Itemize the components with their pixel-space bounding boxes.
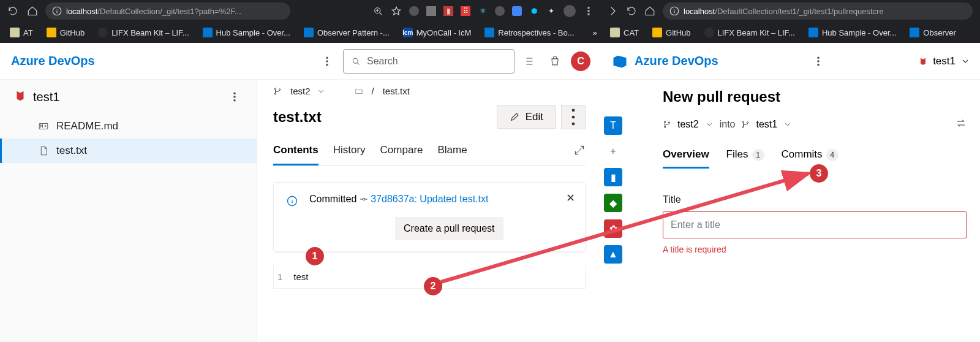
- menu-icon[interactable]: [583, 6, 594, 17]
- close-icon[interactable]: ✕: [566, 191, 575, 205]
- edit-button[interactable]: Edit: [497, 105, 556, 129]
- chevron-down-icon[interactable]: [317, 87, 325, 96]
- branch-name[interactable]: test2: [290, 86, 311, 96]
- bookmark-item[interactable]: LIFX Beam Kit – LIF...: [98, 28, 189, 37]
- home-icon[interactable]: [27, 6, 38, 17]
- repo-switcher[interactable]: test1: [918, 55, 970, 67]
- url-host: localhost: [684, 7, 715, 16]
- branch-icon: [273, 87, 282, 96]
- tab-overview[interactable]: Overview: [663, 148, 709, 169]
- bookmarks-overflow-icon[interactable]: »: [593, 28, 597, 37]
- into-label: into: [720, 119, 736, 130]
- svg-point-11: [234, 96, 236, 98]
- ext-icon[interactable]: ⚛: [478, 6, 488, 16]
- svg-point-22: [818, 56, 820, 58]
- tab-files[interactable]: Files1: [726, 148, 764, 169]
- file-more-button[interactable]: [561, 105, 586, 129]
- tab-blame[interactable]: Blame: [438, 144, 467, 165]
- svg-point-29: [743, 126, 744, 127]
- zoom-icon[interactable]: [372, 6, 383, 17]
- home-icon[interactable]: [644, 6, 655, 17]
- extensions-icon[interactable]: ✦: [546, 6, 556, 16]
- tab-history[interactable]: History: [333, 144, 366, 165]
- path-sep: /: [372, 86, 374, 96]
- svg-point-9: [353, 58, 358, 63]
- source-branch[interactable]: test2: [677, 119, 699, 130]
- chevron-down-icon[interactable]: [783, 120, 792, 129]
- bookmark-item[interactable]: Observer Pattern -...: [304, 28, 390, 37]
- site-info-icon[interactable]: [669, 6, 680, 17]
- search-icon: [351, 56, 361, 66]
- svg-point-16: [279, 88, 280, 89]
- svg-point-27: [668, 122, 669, 123]
- commit-link[interactable]: 37d8637a: Updated test.txt: [371, 194, 488, 204]
- search-input[interactable]: Search: [343, 49, 514, 74]
- file-row-readme[interactable]: README.md: [0, 114, 257, 139]
- ext-icon[interactable]: ⬢: [529, 6, 539, 16]
- svg-point-21: [363, 198, 365, 200]
- svg-point-14: [274, 88, 276, 89]
- folder-icon: [355, 87, 363, 96]
- info-icon: [286, 195, 298, 210]
- bookmark-item[interactable]: Retrospectives - Bo...: [484, 28, 574, 37]
- repo-sidebar: test1 README.md test.txt: [0, 80, 257, 342]
- brand[interactable]: Azure DevOps: [11, 54, 95, 68]
- crumb-file[interactable]: test.txt: [383, 86, 410, 96]
- settings-toggle-icon[interactable]: [522, 53, 539, 70]
- brand[interactable]: Azure DevOps: [635, 54, 718, 68]
- ext-icon[interactable]: [409, 6, 419, 16]
- ado-header-right: Azure DevOps test1: [601, 43, 980, 80]
- tab-commits[interactable]: Commits4: [782, 148, 839, 169]
- star-icon[interactable]: [391, 6, 402, 17]
- bookmark-item[interactable]: GitHub: [47, 28, 85, 37]
- bookmark-item[interactable]: CAT: [610, 28, 639, 37]
- header-more-icon[interactable]: [318, 53, 336, 70]
- swap-icon[interactable]: [956, 118, 967, 131]
- bookmark-item[interactable]: Hub Sample - Over...: [809, 28, 896, 37]
- chevron-down-icon: [960, 56, 970, 66]
- ext-icon[interactable]: [512, 6, 522, 16]
- chevron-down-icon[interactable]: [705, 120, 714, 129]
- profile-avatar[interactable]: [564, 5, 576, 17]
- user-avatar[interactable]: C: [571, 51, 590, 71]
- file-row-testtxt[interactable]: test.txt: [0, 139, 257, 163]
- pr-body: New pull request test2 into test1 Overvi…: [601, 80, 980, 254]
- shopping-icon[interactable]: [546, 53, 564, 70]
- azure-devops-icon[interactable]: [611, 53, 628, 70]
- url-path: /DefaultCollection/_git/test1?path=%2F..…: [97, 7, 241, 16]
- more-vertical-icon: [562, 105, 585, 129]
- bookmark-item[interactable]: IcmMyOnCall - IcM: [403, 28, 472, 37]
- header-more-icon[interactable]: [810, 53, 827, 70]
- tab-contents[interactable]: Contents: [273, 144, 318, 165]
- svg-point-4: [588, 13, 589, 15]
- ext-icon[interactable]: [495, 6, 505, 16]
- svg-point-6: [326, 56, 328, 58]
- branch-selection-row: test2 into test1: [663, 118, 967, 131]
- reload-icon[interactable]: [7, 6, 18, 17]
- create-pr-button[interactable]: Create a pull request: [395, 217, 503, 240]
- bookmark-item[interactable]: Hub Sample - Over...: [203, 28, 290, 37]
- tab-compare[interactable]: Compare: [380, 144, 423, 165]
- branch-icon: [663, 120, 671, 129]
- site-info-icon[interactable]: [51, 6, 62, 17]
- ext-icon[interactable]: ⠿: [461, 6, 470, 16]
- repo-more-icon[interactable]: [226, 88, 243, 105]
- title-error: A title is required: [663, 245, 967, 254]
- ext-icon[interactable]: ▮: [443, 6, 453, 16]
- svg-point-28: [743, 121, 744, 123]
- reload-icon[interactable]: [626, 6, 637, 17]
- bookmark-item[interactable]: AT: [10, 28, 33, 37]
- svg-point-23: [818, 60, 820, 62]
- bookmark-item[interactable]: LIFX Beam Kit – LIF...: [704, 28, 795, 37]
- target-branch[interactable]: test1: [756, 119, 777, 130]
- bookmark-item[interactable]: Observer: [910, 28, 956, 37]
- breadcrumb: test2 / test.txt: [273, 86, 586, 96]
- address-bar[interactable]: localhost/DefaultCollection/_git/test1?p…: [45, 2, 290, 20]
- repo-name[interactable]: test1: [33, 90, 59, 104]
- bookmark-item[interactable]: GitHub: [652, 28, 690, 37]
- forward-icon[interactable]: [608, 6, 619, 17]
- address-bar[interactable]: localhost/DefaultCollection/test1/_git/t…: [663, 2, 973, 20]
- title-input[interactable]: [663, 211, 967, 238]
- fullscreen-icon[interactable]: [573, 144, 586, 165]
- ext-icon[interactable]: [426, 6, 436, 16]
